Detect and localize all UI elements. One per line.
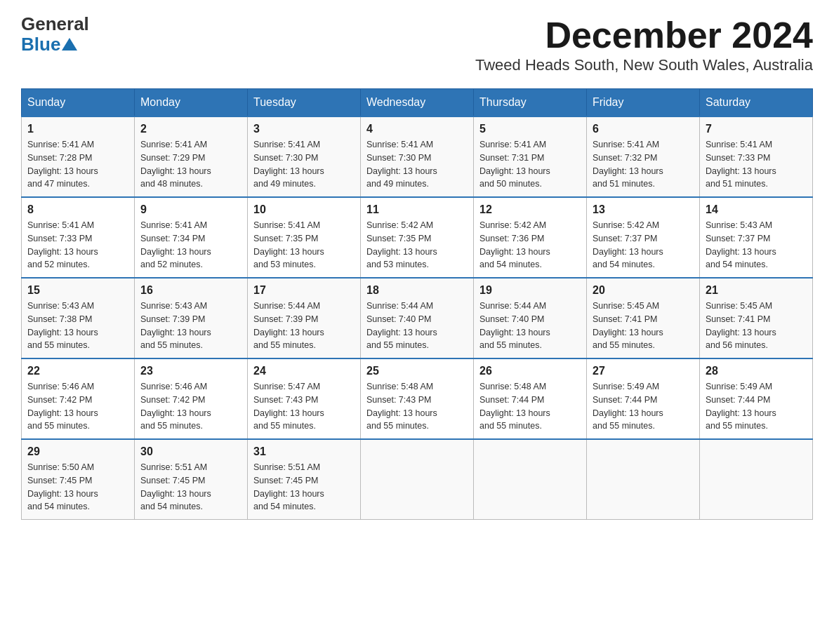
calendar-cell: 11Sunrise: 5:42 AMSunset: 7:35 PMDayligh… (361, 197, 474, 278)
day-info: Sunrise: 5:41 AMSunset: 7:29 PMDaylight:… (140, 138, 241, 191)
weekday-header-monday: Monday (135, 89, 248, 117)
day-number: 5 (479, 123, 581, 135)
calendar-cell: 30Sunrise: 5:51 AMSunset: 7:45 PMDayligh… (135, 439, 248, 520)
calendar-cell: 10Sunrise: 5:41 AMSunset: 7:35 PMDayligh… (248, 197, 361, 278)
day-info: Sunrise: 5:41 AMSunset: 7:34 PMDaylight:… (140, 219, 241, 271)
weekday-header-tuesday: Tuesday (248, 89, 361, 117)
day-number: 31 (253, 445, 355, 458)
location-title: Tweed Heads South, New South Wales, Aust… (475, 56, 813, 74)
weekday-header-row: SundayMondayTuesdayWednesdayThursdayFrid… (22, 89, 813, 117)
calendar-cell: 23Sunrise: 5:46 AMSunset: 7:42 PMDayligh… (135, 358, 248, 439)
week-row-2: 8Sunrise: 5:41 AMSunset: 7:33 PMDaylight… (22, 197, 813, 278)
week-row-3: 15Sunrise: 5:43 AMSunset: 7:38 PMDayligh… (22, 278, 813, 358)
calendar-cell: 27Sunrise: 5:49 AMSunset: 7:44 PMDayligh… (587, 358, 700, 439)
calendar-cell: 12Sunrise: 5:42 AMSunset: 7:36 PMDayligh… (474, 197, 587, 278)
day-info: Sunrise: 5:49 AMSunset: 7:44 PMDaylight:… (706, 380, 807, 433)
day-info: Sunrise: 5:45 AMSunset: 7:41 PMDaylight:… (706, 300, 807, 352)
logo: General Blue (21, 14, 89, 54)
calendar-cell: 13Sunrise: 5:42 AMSunset: 7:37 PMDayligh… (587, 197, 700, 278)
weekday-header-thursday: Thursday (474, 89, 587, 117)
calendar-cell: 7Sunrise: 5:41 AMSunset: 7:33 PMDaylight… (700, 116, 813, 197)
calendar-cell: 24Sunrise: 5:47 AMSunset: 7:43 PMDayligh… (248, 358, 361, 439)
day-number: 7 (706, 123, 807, 135)
calendar-cell: 21Sunrise: 5:45 AMSunset: 7:41 PMDayligh… (700, 278, 813, 358)
day-info: Sunrise: 5:49 AMSunset: 7:44 PMDaylight:… (593, 380, 694, 433)
day-number: 9 (140, 203, 241, 216)
calendar-cell: 31Sunrise: 5:51 AMSunset: 7:45 PMDayligh… (248, 439, 361, 520)
day-number: 16 (140, 284, 241, 297)
day-info: Sunrise: 5:41 AMSunset: 7:31 PMDaylight:… (479, 138, 581, 191)
day-info: Sunrise: 5:41 AMSunset: 7:30 PMDaylight:… (366, 138, 468, 191)
calendar-cell: 9Sunrise: 5:41 AMSunset: 7:34 PMDaylight… (135, 197, 248, 278)
calendar-cell: 17Sunrise: 5:44 AMSunset: 7:39 PMDayligh… (248, 278, 361, 358)
calendar-cell: 28Sunrise: 5:49 AMSunset: 7:44 PMDayligh… (700, 358, 813, 439)
day-number: 1 (27, 123, 128, 135)
calendar-cell: 25Sunrise: 5:48 AMSunset: 7:43 PMDayligh… (361, 358, 474, 439)
day-number: 28 (706, 365, 807, 377)
calendar-cell: 20Sunrise: 5:45 AMSunset: 7:41 PMDayligh… (587, 278, 700, 358)
weekday-header-friday: Friday (587, 89, 700, 117)
day-info: Sunrise: 5:48 AMSunset: 7:44 PMDaylight:… (479, 380, 581, 433)
day-info: Sunrise: 5:44 AMSunset: 7:40 PMDaylight:… (479, 300, 581, 352)
day-number: 11 (366, 203, 468, 216)
day-number: 25 (366, 365, 468, 377)
day-info: Sunrise: 5:48 AMSunset: 7:43 PMDaylight:… (366, 380, 468, 433)
day-info: Sunrise: 5:51 AMSunset: 7:45 PMDaylight:… (140, 461, 241, 514)
calendar-cell: 22Sunrise: 5:46 AMSunset: 7:42 PMDayligh… (22, 358, 135, 439)
day-number: 26 (479, 365, 581, 377)
day-number: 3 (253, 123, 355, 135)
day-info: Sunrise: 5:41 AMSunset: 7:32 PMDaylight:… (593, 138, 694, 191)
day-number: 17 (253, 284, 355, 297)
day-info: Sunrise: 5:42 AMSunset: 7:36 PMDaylight:… (479, 219, 581, 271)
day-info: Sunrise: 5:42 AMSunset: 7:35 PMDaylight:… (366, 219, 468, 271)
calendar-cell: 29Sunrise: 5:50 AMSunset: 7:45 PMDayligh… (22, 439, 135, 520)
day-info: Sunrise: 5:43 AMSunset: 7:39 PMDaylight:… (140, 300, 241, 352)
calendar-cell: 19Sunrise: 5:44 AMSunset: 7:40 PMDayligh… (474, 278, 587, 358)
logo-general: General (21, 14, 89, 34)
weekday-header-saturday: Saturday (700, 89, 813, 117)
day-number: 21 (706, 284, 807, 297)
logo-triangle-icon (62, 36, 77, 52)
day-number: 30 (140, 445, 241, 458)
day-number: 14 (706, 203, 807, 216)
day-info: Sunrise: 5:41 AMSunset: 7:28 PMDaylight:… (27, 138, 128, 191)
weekday-header-sunday: Sunday (22, 89, 135, 117)
day-number: 23 (140, 365, 241, 377)
day-info: Sunrise: 5:42 AMSunset: 7:37 PMDaylight:… (593, 219, 694, 271)
day-info: Sunrise: 5:41 AMSunset: 7:35 PMDaylight:… (253, 219, 355, 271)
logo-blue-text: Blue (21, 34, 60, 55)
day-info: Sunrise: 5:46 AMSunset: 7:42 PMDaylight:… (140, 380, 241, 433)
calendar-cell: 5Sunrise: 5:41 AMSunset: 7:31 PMDaylight… (474, 116, 587, 197)
day-number: 18 (366, 284, 468, 297)
calendar-cell (700, 439, 813, 520)
day-info: Sunrise: 5:41 AMSunset: 7:33 PMDaylight:… (706, 138, 807, 191)
day-number: 13 (593, 203, 694, 216)
day-number: 27 (593, 365, 694, 377)
day-number: 4 (366, 123, 468, 135)
svg-marker-0 (62, 38, 77, 51)
day-info: Sunrise: 5:51 AMSunset: 7:45 PMDaylight:… (253, 461, 355, 514)
week-row-5: 29Sunrise: 5:50 AMSunset: 7:45 PMDayligh… (22, 439, 813, 520)
calendar-cell: 15Sunrise: 5:43 AMSunset: 7:38 PMDayligh… (22, 278, 135, 358)
calendar-cell: 1Sunrise: 5:41 AMSunset: 7:28 PMDaylight… (22, 116, 135, 197)
calendar-cell (474, 439, 587, 520)
day-info: Sunrise: 5:46 AMSunset: 7:42 PMDaylight:… (27, 380, 128, 433)
day-number: 10 (253, 203, 355, 216)
week-row-4: 22Sunrise: 5:46 AMSunset: 7:42 PMDayligh… (22, 358, 813, 439)
day-info: Sunrise: 5:44 AMSunset: 7:39 PMDaylight:… (253, 300, 355, 352)
calendar-cell: 4Sunrise: 5:41 AMSunset: 7:30 PMDaylight… (361, 116, 474, 197)
day-number: 15 (27, 284, 128, 297)
day-number: 19 (479, 284, 581, 297)
weekday-header-wednesday: Wednesday (361, 89, 474, 117)
calendar-cell (361, 439, 474, 520)
day-number: 20 (593, 284, 694, 297)
day-number: 6 (593, 123, 694, 135)
week-row-1: 1Sunrise: 5:41 AMSunset: 7:28 PMDaylight… (22, 116, 813, 197)
day-number: 24 (253, 365, 355, 377)
calendar-cell: 8Sunrise: 5:41 AMSunset: 7:33 PMDaylight… (22, 197, 135, 278)
day-number: 8 (27, 203, 128, 216)
day-info: Sunrise: 5:43 AMSunset: 7:37 PMDaylight:… (706, 219, 807, 271)
day-info: Sunrise: 5:44 AMSunset: 7:40 PMDaylight:… (366, 300, 468, 352)
page-header: General Blue December 2024 Tweed Heads S… (21, 14, 813, 83)
calendar-cell (587, 439, 700, 520)
